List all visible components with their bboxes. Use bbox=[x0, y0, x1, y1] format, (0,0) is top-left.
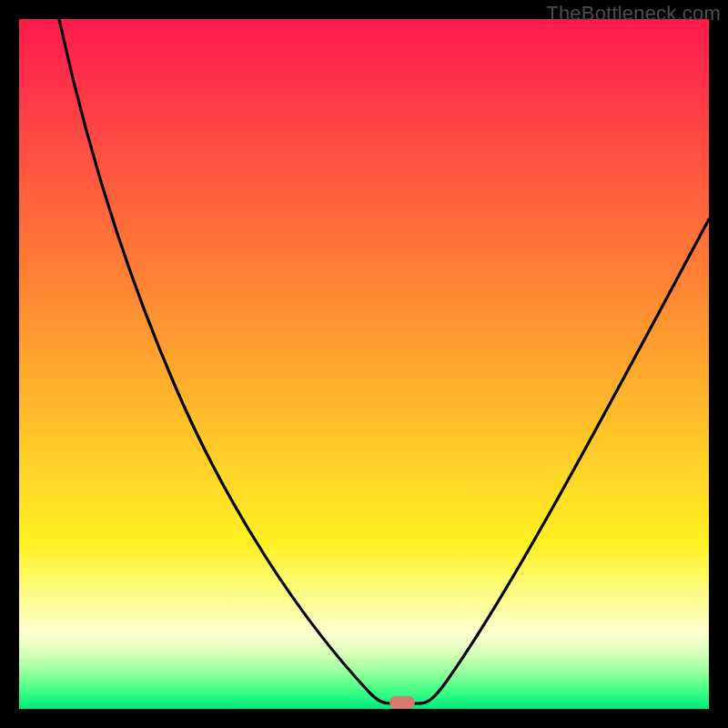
plot-area bbox=[19, 19, 709, 709]
bottleneck-curve bbox=[19, 19, 709, 709]
optimal-marker bbox=[389, 696, 415, 709]
curve-right bbox=[420, 219, 709, 703]
curve-left bbox=[59, 19, 390, 703]
watermark-text: TheBottleneck.com bbox=[546, 2, 721, 25]
chart-frame: TheBottleneck.com bbox=[0, 0, 728, 728]
